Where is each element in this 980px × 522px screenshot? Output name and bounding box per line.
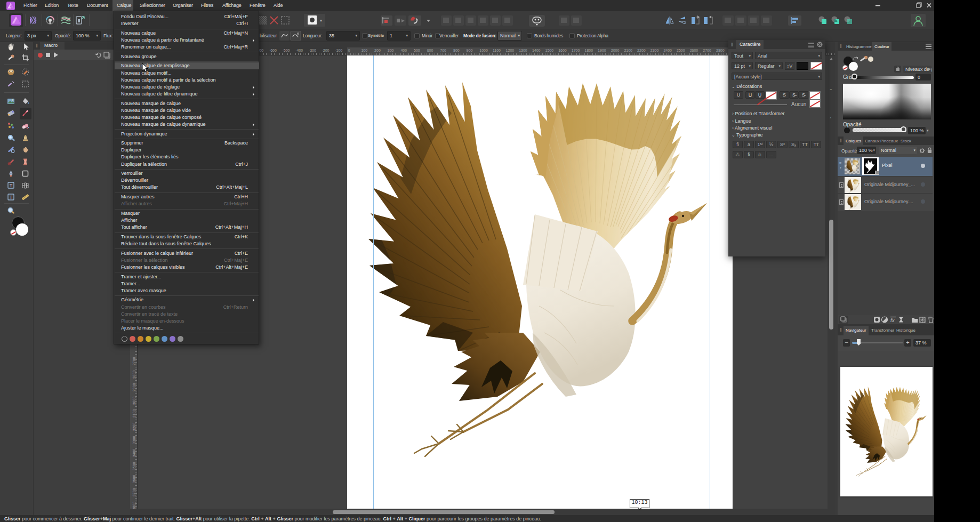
svg-text:T: T <box>10 183 13 188</box>
svg-text:fx: fx <box>890 317 895 323</box>
svg-text:T: T <box>10 195 13 200</box>
